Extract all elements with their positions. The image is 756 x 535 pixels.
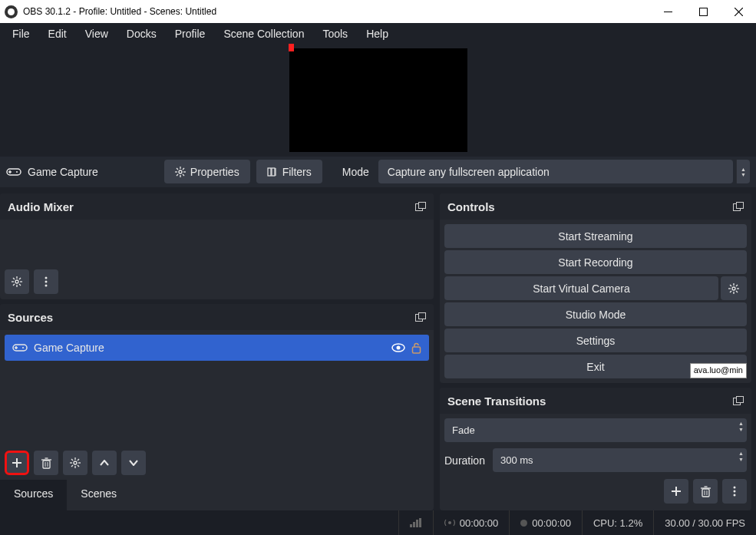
sources-title: Sources (8, 311, 53, 324)
svg-point-86 (448, 521, 451, 524)
transition-menu-button[interactable] (722, 479, 747, 504)
properties-button[interactable]: Properties (164, 160, 250, 183)
svg-point-8 (179, 170, 182, 173)
remove-source-button[interactable] (34, 451, 58, 475)
main-row: Audio Mixer Sources (0, 187, 756, 510)
audio-mixer-header[interactable]: Audio Mixer (0, 193, 434, 220)
transitions-header[interactable]: Scene Transitions (440, 388, 751, 414)
app-icon (5, 5, 18, 18)
lock-toggle-icon[interactable] (411, 342, 421, 354)
record-time: 00:00:00 (509, 510, 582, 535)
svg-point-61 (732, 287, 735, 290)
audio-mixer-panel: Audio Mixer (0, 193, 434, 299)
start-streaming-button[interactable]: Start Streaming (444, 224, 747, 248)
properties-label: Properties (190, 166, 239, 178)
add-source-button[interactable] (5, 451, 29, 475)
spinner-arrows-icon[interactable]: ▲▼ (738, 451, 744, 463)
transition-select[interactable]: Fade ▲▼ (444, 418, 747, 442)
svg-rect-74 (702, 489, 709, 497)
svg-rect-84 (416, 520, 418, 527)
controls-header[interactable]: Controls (440, 193, 751, 220)
move-source-down-button[interactable] (121, 451, 146, 475)
record-time-value: 00:00:00 (532, 517, 571, 529)
minimize-button[interactable] (650, 0, 685, 23)
signal-icon (410, 518, 422, 527)
cpu-usage: CPU: 1.2% (582, 510, 653, 535)
mode-select[interactable]: Capture any fullscreen application (378, 160, 733, 183)
mixer-menu-button[interactable] (34, 269, 58, 294)
menu-file[interactable]: File (3, 25, 39, 43)
svg-line-13 (177, 168, 178, 170)
source-handle-icon[interactable] (289, 44, 294, 51)
menu-docks[interactable]: Docks (117, 25, 166, 43)
svg-line-27 (13, 278, 15, 279)
start-virtual-camera-button[interactable]: Start Virtual Camera (444, 276, 718, 300)
sources-header[interactable]: Sources (0, 304, 434, 330)
add-transition-button[interactable] (664, 479, 688, 504)
source-item-label: Game Capture (34, 342, 104, 354)
mixer-settings-button[interactable] (5, 269, 29, 294)
start-recording-button[interactable]: Start Recording (444, 250, 747, 274)
mixer-footer (0, 269, 434, 299)
popout-icon[interactable] (733, 396, 744, 405)
tab-scenes[interactable]: Scenes (67, 480, 130, 510)
remove-transition-button[interactable] (693, 479, 718, 504)
titlebar: OBS 30.1.2 - Profile: Untitled - Scenes:… (0, 0, 756, 23)
menu-scene-collection[interactable]: Scene Collection (214, 25, 313, 43)
svg-line-57 (78, 459, 79, 461)
menu-tools[interactable]: Tools (313, 25, 357, 43)
svg-line-66 (730, 285, 731, 286)
dropdown-arrows-icon[interactable]: ▲▼ (738, 421, 744, 433)
studio-mode-button[interactable]: Studio Mode (444, 302, 747, 326)
close-button[interactable] (721, 0, 756, 23)
mixer-body (0, 220, 434, 269)
svg-rect-83 (413, 522, 415, 527)
maximize-button[interactable] (685, 0, 721, 23)
source-item-game-capture[interactable]: Game Capture (5, 335, 429, 361)
duration-label: Duration (444, 454, 485, 467)
exit-button[interactable]: Exit ava.luo@min (444, 355, 747, 378)
svg-line-55 (71, 459, 73, 461)
svg-rect-21 (419, 203, 426, 209)
svg-rect-85 (419, 518, 421, 527)
svg-line-56 (78, 465, 79, 467)
source-toolbar: Game Capture Properties Filters Mode Cap… (0, 157, 756, 188)
preview-area[interactable] (0, 45, 756, 157)
svg-rect-82 (410, 524, 412, 527)
settings-button[interactable]: Settings (444, 329, 747, 352)
virtual-camera-settings-button[interactable] (721, 276, 747, 300)
popout-icon[interactable] (415, 202, 426, 211)
move-source-up-button[interactable] (92, 451, 117, 475)
transition-value: Fade (452, 424, 475, 436)
svg-point-79 (734, 487, 736, 489)
tab-sources[interactable]: Sources (0, 480, 67, 510)
menu-edit[interactable]: Edit (39, 25, 76, 43)
svg-line-30 (13, 284, 15, 286)
svg-rect-42 (413, 347, 421, 353)
window-title: OBS 30.1.2 - Profile: Untitled - Scenes:… (23, 6, 216, 17)
dropdown-arrows-icon[interactable]: ▲▼ (736, 160, 750, 183)
popout-icon[interactable] (733, 202, 744, 211)
svg-point-5 (16, 171, 18, 173)
selected-source-label: Game Capture (28, 166, 158, 178)
svg-line-16 (177, 174, 178, 176)
transitions-title: Scene Transitions (447, 395, 546, 408)
preview-canvas[interactable] (289, 48, 467, 152)
record-dot-icon (520, 520, 527, 527)
menu-profile[interactable]: Profile (166, 25, 215, 43)
sources-panel: Sources Game Capture (0, 304, 434, 510)
left-column: Audio Mixer Sources (0, 193, 434, 510)
duration-input[interactable]: 300 ms ▲▼ (493, 448, 747, 472)
menu-view[interactable]: View (76, 25, 117, 43)
filters-button[interactable]: Filters (256, 160, 322, 183)
statusbar: 00:00:00 00:00:00 CPU: 1.2% 30.00 / 30.0… (0, 510, 756, 535)
svg-point-81 (734, 494, 736, 497)
right-column: Controls Start Streaming Start Recording… (440, 193, 756, 510)
visibility-toggle-icon[interactable] (391, 343, 405, 352)
source-properties-button[interactable] (63, 451, 87, 475)
svg-line-28 (19, 284, 21, 286)
menu-help[interactable]: Help (357, 25, 398, 43)
popout-icon[interactable] (415, 312, 426, 322)
gamepad-icon (6, 167, 21, 177)
svg-rect-71 (737, 397, 744, 403)
